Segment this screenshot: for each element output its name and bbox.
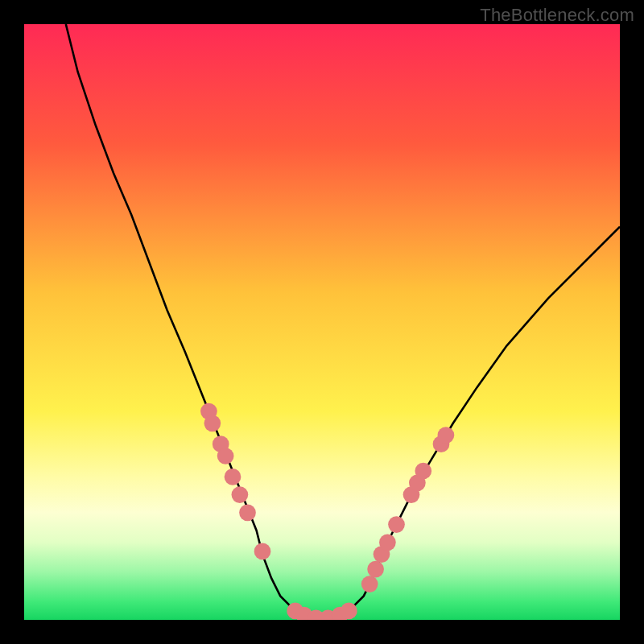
highlight-dot — [388, 516, 405, 533]
highlight-dot — [232, 486, 249, 503]
highlight-dot — [204, 415, 221, 431]
highlight-dot — [367, 561, 384, 578]
highlight-dot — [217, 448, 234, 464]
highlight-dot — [438, 427, 455, 444]
chart-plot — [24, 24, 620, 620]
chart-frame: TheBottleneck.com — [0, 0, 644, 644]
chart-svg — [24, 24, 620, 620]
highlight-dot — [341, 603, 357, 620]
highlight-dot — [225, 469, 242, 485]
watermark-text: TheBottleneck.com — [480, 5, 634, 26]
gradient-background — [24, 24, 620, 620]
highlight-dot — [254, 543, 271, 560]
highlight-dot — [239, 504, 256, 521]
highlight-dot — [415, 463, 431, 480]
highlight-dot — [379, 534, 396, 551]
highlight-dot — [361, 576, 378, 592]
